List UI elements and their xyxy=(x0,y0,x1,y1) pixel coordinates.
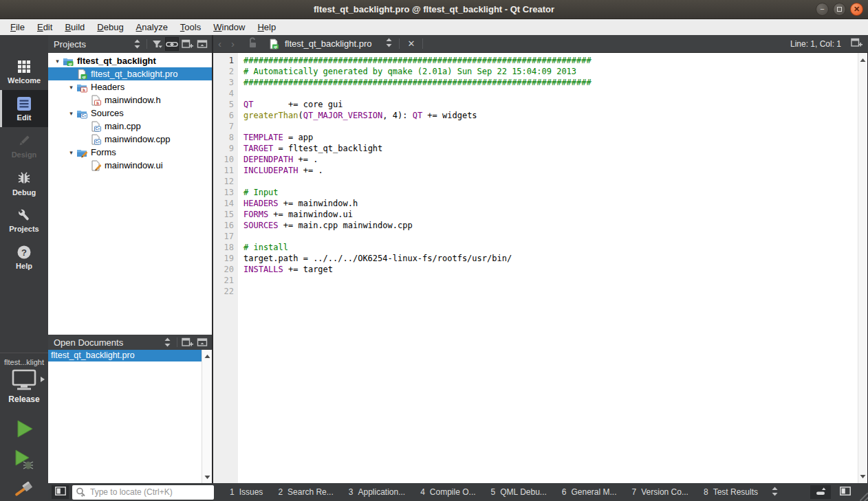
editor-toolbar: ‹ › qt fltest_qt_backlight.pro ✕ Line: 1… xyxy=(213,35,868,53)
filter-icon[interactable] xyxy=(150,37,164,51)
welcome-grid-icon xyxy=(17,59,32,74)
open-documents-scrollbar[interactable] xyxy=(202,350,212,483)
toggle-right-sidebar-button[interactable] xyxy=(836,485,854,499)
resize-grip[interactable] xyxy=(857,483,868,501)
forward-icon[interactable]: › xyxy=(226,38,239,49)
mode-help[interactable]: ?Help xyxy=(0,238,48,276)
scroll-up-icon[interactable] xyxy=(204,351,210,361)
scroll-up-icon[interactable] xyxy=(860,54,866,65)
maximize-output-pane-button[interactable] xyxy=(810,485,831,499)
locator-box[interactable] xyxy=(72,485,214,500)
code-editor[interactable]: 12345678910111213141516171819202122 ####… xyxy=(213,53,868,483)
split-editor-icon[interactable] xyxy=(851,37,862,51)
scroll-down-icon[interactable] xyxy=(204,472,210,482)
line-number: 9 xyxy=(213,143,234,154)
code-line xyxy=(243,88,858,99)
run-button[interactable] xyxy=(13,418,35,443)
toggle-left-sidebar-button[interactable] xyxy=(52,485,69,499)
tree-item[interactable]: hmainwindow.h xyxy=(48,93,212,107)
open-documents-header: Open Documents xyxy=(48,335,212,350)
pane-number: 2 xyxy=(278,487,283,497)
code-line: DEPENDPATH += . xyxy=(243,154,858,165)
output-pane-application[interactable]: 3Application... xyxy=(341,487,413,497)
tree-item[interactable]: ▾hHeaders xyxy=(48,80,212,93)
mode-sidebar: WelcomeEditDesignDebugProjects?Help flte… xyxy=(0,35,48,501)
output-pane-compile-o[interactable]: 4Compile O... xyxy=(413,487,483,497)
mode-edit[interactable]: Edit xyxy=(0,90,48,127)
split-new-icon[interactable] xyxy=(180,37,194,51)
titlebar: fltest_qt_backlight.pro @ fltest_qt_back… xyxy=(0,0,868,19)
output-pane-version-co[interactable]: 7Version Co... xyxy=(625,487,696,497)
scroll-down-icon[interactable] xyxy=(860,471,866,482)
menu-analyze[interactable]: Analyze xyxy=(130,21,174,34)
back-icon[interactable]: ‹ xyxy=(213,38,226,49)
mode-projects[interactable]: Projects xyxy=(0,201,48,238)
maximize-button[interactable] xyxy=(833,3,846,16)
build-button[interactable] xyxy=(12,478,36,501)
line-number: 15 xyxy=(213,209,234,220)
close-button[interactable]: ✕ xyxy=(850,3,863,16)
combo-arrows-icon[interactable] xyxy=(130,37,144,51)
tree-item[interactable]: ▾qtfltest_qt_backlight xyxy=(48,54,212,67)
mode-welcome[interactable]: Welcome xyxy=(0,53,48,90)
document-dropdown-icon[interactable] xyxy=(381,37,397,51)
locator-input[interactable] xyxy=(89,487,210,498)
run-debug-button[interactable] xyxy=(12,448,36,473)
kit-selector[interactable]: fltest...klight Release xyxy=(0,353,48,404)
line-number: 19 xyxy=(213,253,234,264)
svg-text:qt: qt xyxy=(68,61,72,65)
forms-folder-icon xyxy=(76,147,87,158)
pane-label: Issues xyxy=(239,487,263,497)
collapse-icon[interactable] xyxy=(195,335,209,349)
tree-item[interactable]: C+main.cpp xyxy=(48,120,212,133)
pane-number: 8 xyxy=(704,487,708,497)
svg-text:h: h xyxy=(83,87,85,91)
code-area[interactable]: ########################################… xyxy=(238,53,858,483)
open-file-name[interactable]: fltest_qt_backlight.pro xyxy=(285,38,371,49)
tree-item[interactable]: ▾C+Sources xyxy=(48,107,212,120)
output-pane-issues[interactable]: 1Issues xyxy=(222,487,270,497)
menu-file[interactable]: File xyxy=(4,21,31,34)
menu-build[interactable]: Build xyxy=(58,21,91,34)
output-pane-general-m[interactable]: 6General M... xyxy=(554,487,625,497)
search-icon xyxy=(76,487,86,498)
statusbar: 1Issues2Search Re...3Application...4Comp… xyxy=(48,483,868,501)
kit-monitor-icon[interactable] xyxy=(10,369,38,393)
menu-edit[interactable]: Edit xyxy=(31,21,58,34)
editor-scrollbar[interactable] xyxy=(858,53,868,483)
tree-item-label: fltest_qt_backlight xyxy=(77,56,156,66)
split-new-icon[interactable] xyxy=(180,335,194,349)
menu-debug[interactable]: Debug xyxy=(91,21,129,34)
cpp-file-icon: C+ xyxy=(90,121,101,132)
expand-arrow-icon[interactable]: ▾ xyxy=(66,110,76,117)
menu-window[interactable]: Window xyxy=(207,21,251,34)
code-line: ########################################… xyxy=(243,77,858,88)
output-pane-search-re[interactable]: 2Search Re... xyxy=(270,487,340,497)
open-document-item[interactable]: fltest_qt_backlight.pro xyxy=(48,350,202,361)
pane-number: 3 xyxy=(349,487,354,497)
link-icon[interactable] xyxy=(165,37,179,51)
close-document-icon[interactable]: ✕ xyxy=(402,38,420,49)
tree-item[interactable]: ▾Forms xyxy=(48,146,212,159)
minimize-button[interactable]: − xyxy=(816,3,829,16)
tree-item[interactable]: C+mainwindow.cpp xyxy=(48,133,212,146)
expand-arrow-icon[interactable]: ▾ xyxy=(52,58,63,65)
collapse-icon[interactable] xyxy=(195,37,209,51)
svg-text:C+: C+ xyxy=(95,140,100,144)
expand-arrow-icon[interactable]: ▾ xyxy=(66,84,76,91)
mode-debug[interactable]: Debug xyxy=(0,164,48,201)
toolbar-separator xyxy=(422,38,423,49)
code-line: HEADERS += mainwindow.h xyxy=(243,198,858,209)
output-pane-test-results[interactable]: 8Test Results xyxy=(696,487,766,497)
tree-item[interactable]: mainwindow.ui xyxy=(48,159,212,172)
tree-item[interactable]: qtfltest_qt_backlight.pro xyxy=(48,67,212,80)
code-line: ########################################… xyxy=(243,55,858,66)
mode-design: Design xyxy=(0,127,48,164)
pane-arrows-icon[interactable] xyxy=(766,486,784,499)
combo-arrows-icon[interactable] xyxy=(160,335,174,349)
qt-creator-window: fltest_qt_backlight.pro @ fltest_qt_back… xyxy=(0,0,868,501)
menu-tools[interactable]: Tools xyxy=(174,21,207,34)
menu-help[interactable]: Help xyxy=(251,21,282,34)
expand-arrow-icon[interactable]: ▾ xyxy=(66,149,76,156)
output-pane-qml-debu[interactable]: 5QML Debu... xyxy=(484,487,554,497)
